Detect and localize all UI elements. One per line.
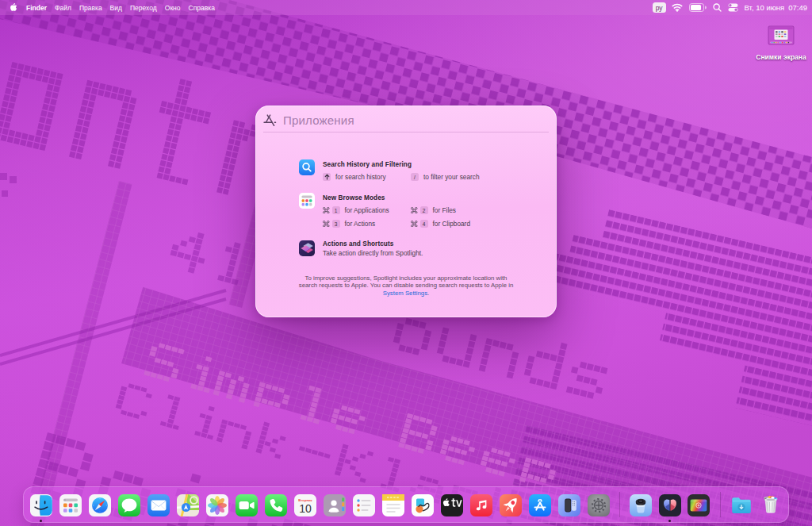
svg-text:10: 10 [299, 502, 312, 515]
